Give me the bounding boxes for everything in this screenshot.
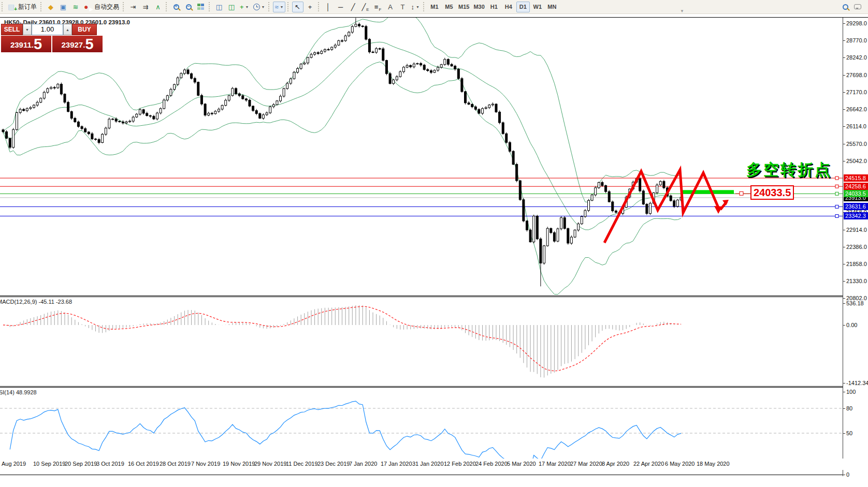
text-button[interactable]: A: [385, 2, 396, 12]
zigzag-annotation[interactable]: [604, 170, 718, 243]
chat-button[interactable]: [852, 2, 863, 12]
macd-panel[interactable]: [0, 297, 843, 386]
metaeditor-button[interactable]: ◆: [45, 2, 56, 12]
search-button[interactable]: [840, 2, 851, 12]
rsi-indicator-label: RSI(14) 48.9928: [0, 389, 37, 395]
toolbar-grip: [166, 2, 168, 11]
signals-button[interactable]: ≋: [70, 2, 81, 12]
candle-body: [108, 119, 110, 128]
candle-body: [461, 79, 463, 92]
hline-handle[interactable]: [835, 215, 838, 218]
candle-body: [595, 188, 597, 195]
volume-increase-button[interactable]: ▲: [63, 24, 72, 35]
candle-body: [303, 63, 306, 64]
candle-body: [491, 104, 494, 105]
price-tag-anchor[interactable]: [740, 191, 743, 195]
hline-icon: ─: [338, 3, 343, 11]
candle-body: [266, 113, 268, 115]
candle-body: [197, 82, 199, 96]
tile-windows-button[interactable]: [195, 2, 207, 12]
candle-body: [550, 228, 552, 232]
tf-h1[interactable]: H1: [487, 2, 501, 12]
tf-m5[interactable]: M5: [442, 2, 456, 12]
chart-drop-marker-icon[interactable]: ▼: [680, 9, 684, 13]
channel-button[interactable]: ╱E: [360, 2, 371, 12]
candle-body: [218, 109, 220, 111]
hline-handle[interactable]: [835, 185, 838, 188]
date-tick-label: 10 Sep 2019: [33, 461, 65, 467]
autoscroll-button[interactable]: ⇉: [140, 2, 151, 12]
candle-body: [187, 70, 189, 73]
candle-body: [588, 200, 590, 210]
candle-body: [290, 79, 292, 83]
tf-w1[interactable]: W1: [531, 2, 544, 12]
sell-price[interactable]: 23911.5: [1, 36, 51, 52]
tf-mn[interactable]: MN: [545, 2, 559, 12]
hline-handle[interactable]: [835, 205, 838, 208]
profiles-button[interactable]: ▣: [57, 2, 69, 12]
new-order-button[interactable]: ▤+新订单: [6, 2, 38, 12]
sell-button[interactable]: SELL: [1, 24, 23, 35]
candle-body: [584, 211, 586, 217]
zoom-out-button[interactable]: −: [183, 2, 194, 12]
candle-body: [276, 101, 278, 105]
candle-body: [272, 105, 274, 107]
chart-surface[interactable]: HK50-,Daily 23601.0 23928.0 23601.0 2391…: [0, 18, 843, 476]
candle-body: [225, 100, 227, 106]
price-axis[interactable]: 29298.028770.028242.027698.027170.026642…: [843, 18, 868, 476]
fibonacci-button[interactable]: ≡F: [372, 2, 384, 12]
time-axis[interactable]: Aug 201910 Sep 201920 Sep 20193 Oct 2019…: [0, 459, 868, 470]
autotrade-button[interactable]: ●▶自动交易: [82, 2, 121, 12]
price-tick-label: 21858.0: [846, 261, 867, 267]
date-tick-label: 6 May 2020: [665, 461, 695, 467]
buy-button[interactable]: BUY: [72, 24, 97, 35]
vline-button[interactable]: │: [323, 2, 334, 12]
candle-body: [102, 134, 104, 142]
trendline-button[interactable]: ╱: [348, 2, 359, 12]
chart-shift-button[interactable]: ⇥: [127, 2, 139, 12]
candle-body: [567, 229, 569, 243]
candle-body: [214, 111, 216, 114]
data-window-button[interactable]: ◫: [213, 2, 225, 12]
tf-d1[interactable]: D1: [516, 2, 530, 12]
buy-price[interactable]: 23927.5: [52, 36, 103, 52]
volume-input[interactable]: 1.00: [32, 24, 63, 35]
tf-h4[interactable]: H4: [502, 2, 515, 12]
text-icon: A: [388, 3, 393, 11]
tf-m30[interactable]: M30: [472, 2, 486, 12]
date-tick-label: 8 Apr 2020: [602, 461, 629, 467]
candle-body: [375, 49, 378, 52]
volume-decrease-button[interactable]: ▼: [23, 24, 32, 35]
tf-m1[interactable]: M1: [428, 2, 441, 12]
axis-tick-mark: [843, 475, 845, 475]
arrows-button[interactable]: ↕▼: [410, 2, 421, 12]
candle-body: [574, 230, 576, 237]
candle-body: [40, 98, 42, 102]
axis-tick-mark: [843, 126, 845, 127]
candle-body: [57, 84, 59, 88]
new-order-icon: ▤+: [8, 3, 16, 11]
hline-handle[interactable]: [835, 192, 838, 195]
add-indicator-button[interactable]: +▼: [238, 2, 251, 12]
zoom-in-button[interactable]: +: [170, 2, 182, 12]
candle-body: [12, 129, 15, 147]
candle-body: [519, 181, 521, 200]
chart-scale-button[interactable]: ∧: [152, 2, 164, 12]
candle-body: [286, 83, 288, 88]
indicator-window-button[interactable]: ◫: [226, 2, 237, 12]
candle-body: [649, 203, 652, 214]
period-button[interactable]: ▼: [252, 2, 267, 12]
support-price-tag[interactable]: 24033.5: [750, 185, 794, 200]
hline-button[interactable]: ─: [335, 2, 346, 12]
crosshair-button[interactable]: +: [305, 2, 316, 12]
hline-handle[interactable]: [835, 176, 838, 180]
support-zone-bar[interactable]: [682, 190, 734, 194]
cursor-button[interactable]: ↖: [292, 2, 303, 12]
label-button[interactable]: T: [397, 2, 409, 12]
autoscroll-icon: ⇉: [143, 3, 149, 11]
candle-body: [372, 52, 374, 52]
date-tick-label: 22 Apr 2020: [633, 461, 664, 467]
main-price-chart[interactable]: [0, 18, 843, 296]
tf-m15[interactable]: M15: [457, 2, 471, 12]
templates-button[interactable]: ≈▼: [273, 2, 285, 12]
